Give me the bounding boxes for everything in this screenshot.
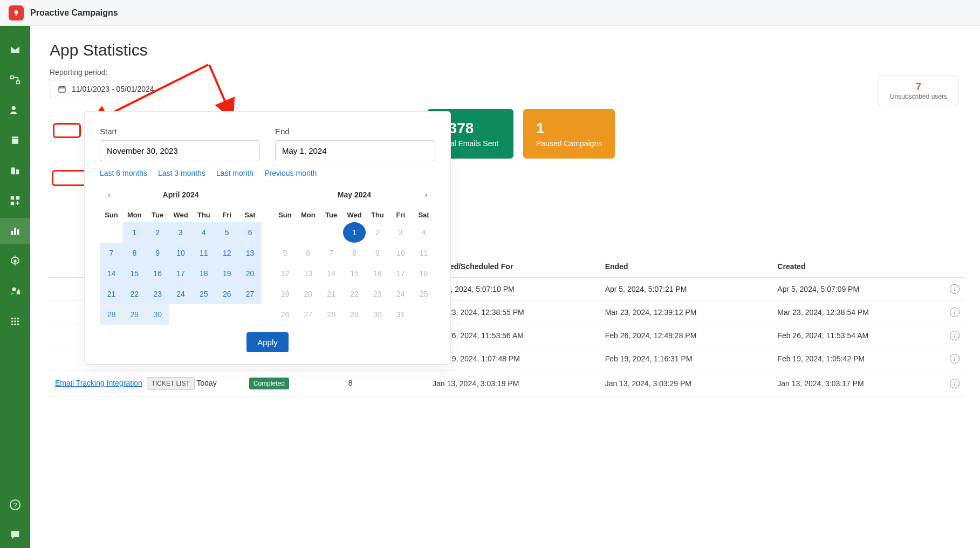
calendar-day[interactable]: 22	[343, 284, 366, 304]
calendar-day[interactable]: 17	[169, 263, 193, 284]
period-picker-trigger[interactable]: 11/01/2023 - 05/01/2024	[50, 80, 162, 98]
calendar-day[interactable]: 18	[192, 263, 215, 284]
campaign-link[interactable]: Email Tracking Integration	[55, 379, 142, 387]
info-icon[interactable]: i	[950, 331, 960, 340]
calendar-day[interactable]: 28	[100, 304, 123, 325]
calendar-day[interactable]: 14	[320, 263, 343, 284]
calendar-day[interactable]: 16	[366, 263, 389, 284]
prev-month-button[interactable]: ‹	[103, 189, 115, 201]
cell-ended: Jan 13, 2024, 3:03:29 PM	[600, 371, 772, 397]
nav-help[interactable]: ?	[0, 492, 30, 518]
stat-paused[interactable]: 1 Paused Campaigns	[523, 109, 615, 159]
calendar-day[interactable]: 1	[123, 222, 146, 243]
col-created[interactable]: Created	[772, 256, 944, 278]
info-icon[interactable]: i	[950, 379, 960, 388]
calendar-day[interactable]: 7	[320, 243, 343, 263]
nav-apps[interactable]	[0, 309, 30, 334]
nav-mail[interactable]	[0, 37, 30, 63]
calendar-day[interactable]: 30	[366, 304, 389, 325]
calendar-day[interactable]: 16	[146, 263, 169, 284]
calendar-day[interactable]: 10	[389, 243, 412, 263]
unsub-label: Unsubscribed users	[890, 93, 947, 100]
calendar-day[interactable]: 21	[100, 284, 123, 304]
calendar-day[interactable]: 6	[238, 222, 262, 243]
calendar-day[interactable]: 30	[146, 304, 169, 325]
calendar-day[interactable]: 6	[297, 243, 320, 263]
preset-last-3-months[interactable]: Last 3 months	[158, 169, 205, 177]
nav-contacts[interactable]	[0, 97, 30, 123]
calendar-day[interactable]: 13	[297, 263, 320, 284]
nav-create[interactable]	[0, 188, 30, 214]
nav-admin[interactable]	[0, 278, 30, 304]
calendar-day[interactable]: 15	[123, 263, 146, 284]
calendar-day[interactable]: 31	[389, 304, 412, 325]
calendar-day[interactable]: 20	[238, 263, 262, 284]
nav-feedback[interactable]	[0, 522, 30, 548]
nav-library[interactable]	[0, 127, 30, 153]
calendar-day[interactable]: 19	[215, 263, 238, 284]
calendar-day[interactable]: 12	[273, 263, 297, 284]
calendar-day[interactable]: 2	[366, 222, 389, 243]
svg-point-19	[11, 324, 13, 326]
calendar-day[interactable]: 27	[297, 304, 320, 325]
calendar-day[interactable]: 19	[273, 284, 297, 304]
calendar-day[interactable]: 13	[238, 243, 262, 263]
calendar-day[interactable]: 10	[169, 243, 193, 263]
calendar-day[interactable]: 3	[389, 222, 412, 243]
preset-last-6-months[interactable]: Last 6 months	[100, 169, 147, 177]
preset-last-month[interactable]: Last month	[216, 169, 253, 177]
calendar-day[interactable]: 23	[366, 284, 389, 304]
calendar-day[interactable]: 1	[343, 222, 366, 243]
calendar-day[interactable]: 5	[215, 222, 238, 243]
col-started[interactable]: Started/Scheduled For	[427, 256, 600, 278]
calendar-day[interactable]: 29	[343, 304, 366, 325]
calendar-day[interactable]: 2	[146, 222, 169, 243]
calendar-day[interactable]: 11	[412, 243, 435, 263]
calendar-day[interactable]: 3	[169, 222, 193, 243]
nav-org[interactable]	[0, 157, 30, 183]
nav-automation[interactable]	[0, 67, 30, 93]
calendar-day[interactable]: 17	[389, 263, 412, 284]
calendar-day[interactable]: 27	[238, 284, 262, 304]
start-label: Start	[100, 127, 260, 136]
calendar-day[interactable]: 22	[123, 284, 146, 304]
calendar-day[interactable]: 4	[192, 222, 215, 243]
nav-settings[interactable]	[0, 248, 30, 274]
calendar-day[interactable]: 25	[192, 284, 215, 304]
end-date-input[interactable]	[275, 140, 435, 161]
calendar-day[interactable]: 9	[366, 243, 389, 263]
preset-previous-month[interactable]: Previous month	[264, 169, 317, 177]
calendar-day[interactable]: 26	[273, 304, 297, 325]
info-icon[interactable]: i	[950, 284, 960, 294]
calendar-day[interactable]: 18	[412, 263, 435, 284]
calendar-day[interactable]: 28	[320, 304, 343, 325]
next-month-button[interactable]: ›	[420, 189, 432, 201]
info-icon[interactable]: i	[950, 307, 960, 317]
calendar-day[interactable]: 23	[146, 284, 169, 304]
calendar-day[interactable]: 24	[169, 284, 193, 304]
calendar-day[interactable]: 24	[389, 284, 412, 304]
calendar-day[interactable]: 7	[100, 243, 123, 263]
info-icon[interactable]: i	[950, 354, 960, 364]
calendar-day[interactable]: 14	[100, 263, 123, 284]
calendar-day[interactable]: 25	[412, 284, 435, 304]
calendar-day[interactable]: 11	[192, 243, 215, 263]
dow-header: Tue	[146, 208, 169, 222]
calendar-day[interactable]: 4	[412, 222, 435, 243]
calendar-day[interactable]: 29	[123, 304, 146, 325]
calendar-day[interactable]: 26	[215, 284, 238, 304]
calendar-day[interactable]: 8	[123, 243, 146, 263]
calendar-day[interactable]: 21	[320, 284, 343, 304]
calendar-day[interactable]: 5	[273, 243, 297, 263]
svg-point-17	[14, 320, 16, 323]
calendar-day[interactable]: 15	[343, 263, 366, 284]
calendar-day[interactable]: 12	[215, 243, 238, 263]
unsubscribed-card[interactable]: 7 Unsubscribed users	[879, 76, 958, 106]
start-date-input[interactable]	[100, 140, 260, 161]
apply-button[interactable]: Apply	[246, 332, 289, 352]
nav-statistics[interactable]	[0, 218, 30, 244]
calendar-day[interactable]: 9	[146, 243, 169, 263]
calendar-day[interactable]: 20	[297, 284, 320, 304]
calendar-day[interactable]: 8	[343, 243, 366, 263]
col-ended[interactable]: Ended	[600, 256, 772, 278]
